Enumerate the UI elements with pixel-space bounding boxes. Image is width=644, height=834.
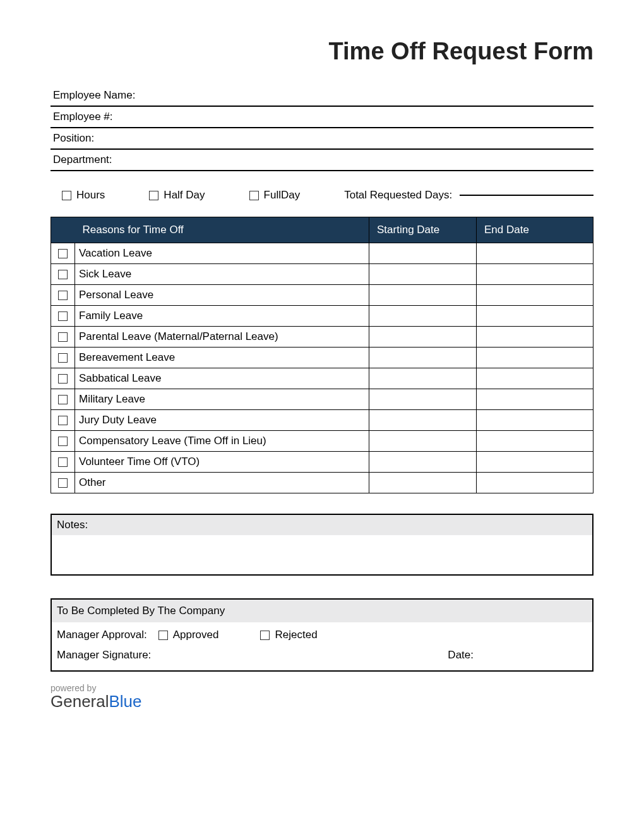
start-date-input[interactable] (369, 306, 477, 327)
company-header: To Be Completed By The Company (52, 600, 592, 622)
checkbox-icon[interactable] (58, 249, 68, 258)
brand-general: General (51, 692, 109, 711)
start-date-input[interactable] (369, 368, 477, 389)
approved-label: Approved (173, 629, 219, 641)
table-header-start: Starting Date (369, 217, 477, 243)
reason-label: Sabbatical Leave (75, 368, 369, 389)
reason-checkbox-cell[interactable] (51, 389, 75, 410)
reason-checkbox-cell[interactable] (51, 243, 75, 264)
start-date-input[interactable] (369, 327, 477, 348)
reason-label: Parental Leave (Maternal/Paternal Leave) (75, 327, 369, 348)
table-row: Jury Duty Leave (51, 410, 593, 431)
manager-signature-label: Manager Signature: (57, 649, 151, 662)
table-row: Bereavement Leave (51, 348, 593, 368)
half-day-label: Half Day (164, 189, 205, 202)
checkbox-icon[interactable] (58, 270, 68, 279)
reason-label: Compensatory Leave (Time Off in Lieu) (75, 431, 369, 452)
end-date-input[interactable] (477, 473, 593, 493)
start-date-input[interactable] (369, 285, 477, 306)
employee-number-field[interactable]: Employee #: (51, 107, 593, 128)
checkbox-icon[interactable] (58, 457, 68, 467)
reason-checkbox-cell[interactable] (51, 410, 75, 431)
reason-label: Jury Duty Leave (75, 410, 369, 431)
date-label: Date: (448, 649, 474, 662)
table-header-reason: Reasons for Time Off (75, 217, 369, 243)
manager-approval-label: Manager Approval: (57, 629, 147, 641)
checkbox-icon[interactable] (58, 353, 68, 363)
checkbox-icon[interactable] (62, 191, 71, 200)
end-date-input[interactable] (477, 306, 593, 327)
duration-row: Hours Half Day FullDay Total Requested D… (51, 189, 593, 202)
reason-checkbox-cell[interactable] (51, 306, 75, 327)
table-row: Parental Leave (Maternal/Paternal Leave) (51, 327, 593, 348)
start-date-input[interactable] (369, 264, 477, 285)
end-date-input[interactable] (477, 264, 593, 285)
end-date-input[interactable] (477, 368, 593, 389)
reason-label: Other (75, 473, 369, 493)
reason-label: Personal Leave (75, 285, 369, 306)
start-date-input[interactable] (369, 243, 477, 264)
approved-option[interactable]: Approved (158, 629, 219, 641)
table-row: Vacation Leave (51, 243, 593, 264)
page-title: Time Off Request Form (51, 38, 593, 65)
start-date-input[interactable] (369, 431, 477, 452)
reason-checkbox-cell[interactable] (51, 264, 75, 285)
checkbox-icon[interactable] (58, 395, 68, 404)
start-date-input[interactable] (369, 410, 477, 431)
reason-label: Volunteer Time Off (VTO) (75, 452, 369, 473)
reason-label: Bereavement Leave (75, 348, 369, 368)
rejected-option[interactable]: Rejected (260, 629, 317, 641)
table-header-check (51, 217, 75, 243)
reason-checkbox-cell[interactable] (51, 452, 75, 473)
employee-info-block: Employee Name: Employee #: Position: Dep… (51, 85, 593, 171)
checkbox-icon[interactable] (149, 191, 158, 200)
reason-label: Vacation Leave (75, 243, 369, 264)
end-date-input[interactable] (477, 452, 593, 473)
start-date-input[interactable] (369, 348, 477, 368)
start-date-input[interactable] (369, 452, 477, 473)
reason-label: Military Leave (75, 389, 369, 410)
notes-label: Notes: (52, 515, 592, 535)
notes-box[interactable]: Notes: (51, 514, 593, 576)
reason-checkbox-cell[interactable] (51, 327, 75, 348)
table-row: Personal Leave (51, 285, 593, 306)
checkbox-icon[interactable] (58, 332, 68, 342)
reason-checkbox-cell[interactable] (51, 348, 75, 368)
table-row: Volunteer Time Off (VTO) (51, 452, 593, 473)
end-date-input[interactable] (477, 348, 593, 368)
full-day-option[interactable]: FullDay (249, 189, 301, 202)
checkbox-icon[interactable] (58, 291, 68, 300)
start-date-input[interactable] (369, 389, 477, 410)
checkbox-icon[interactable] (58, 437, 68, 446)
half-day-option[interactable]: Half Day (149, 189, 205, 202)
end-date-input[interactable] (477, 243, 593, 264)
reason-checkbox-cell[interactable] (51, 285, 75, 306)
department-field[interactable]: Department: (51, 150, 593, 171)
checkbox-icon[interactable] (58, 374, 68, 384)
checkbox-icon[interactable] (58, 416, 68, 425)
checkbox-icon[interactable] (158, 631, 168, 640)
brand-blue: Blue (109, 692, 142, 711)
reason-checkbox-cell[interactable] (51, 431, 75, 452)
checkbox-icon[interactable] (249, 191, 259, 200)
checkbox-icon[interactable] (58, 478, 68, 488)
position-field[interactable]: Position: (51, 128, 593, 150)
employee-name-field[interactable]: Employee Name: (51, 85, 593, 107)
end-date-input[interactable] (477, 431, 593, 452)
reason-checkbox-cell[interactable] (51, 368, 75, 389)
footer-brand: powered by GeneralBlue (51, 683, 593, 711)
total-requested-label: Total Requested Days: (344, 189, 452, 202)
end-date-input[interactable] (477, 285, 593, 306)
end-date-input[interactable] (477, 389, 593, 410)
total-requested-input[interactable] (460, 195, 593, 196)
checkbox-icon[interactable] (260, 631, 270, 640)
table-row: Sick Leave (51, 264, 593, 285)
reasons-table: Reasons for Time Off Starting Date End D… (51, 217, 593, 493)
checkbox-icon[interactable] (58, 311, 68, 321)
end-date-input[interactable] (477, 410, 593, 431)
start-date-input[interactable] (369, 473, 477, 493)
end-date-input[interactable] (477, 327, 593, 348)
hours-option[interactable]: Hours (62, 189, 105, 202)
reason-checkbox-cell[interactable] (51, 473, 75, 493)
table-row: Sabbatical Leave (51, 368, 593, 389)
